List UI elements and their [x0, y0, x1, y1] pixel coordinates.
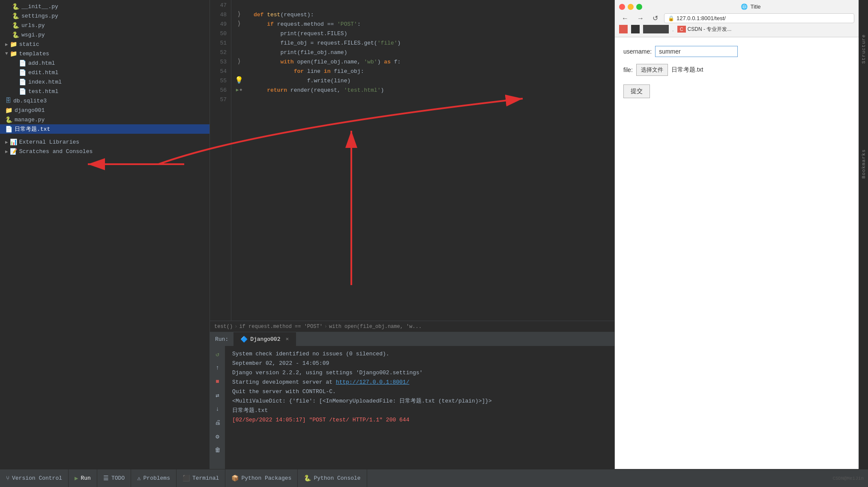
- code-text: :: [357, 20, 361, 29]
- keyword: as: [384, 57, 394, 67]
- delete-button[interactable]: 🗑: [212, 445, 223, 456]
- tree-item-index-html[interactable]: 📄 index.html: [0, 77, 210, 87]
- line-numbers: 47 48 49 50 51 52 53 54 55 56 57: [210, 0, 231, 321]
- tree-item-wsgi[interactable]: 🐍 wsgi.py: [0, 30, 210, 39]
- py-icon: 🐍: [12, 31, 19, 39]
- code-text: [254, 20, 267, 29]
- breakpoint-icon: ◈: [239, 87, 242, 92]
- code-text: file_obj = request.FILES.get(: [254, 39, 377, 48]
- url-bar[interactable]: 🔒 127.0.0.1:8001/test/: [664, 13, 854, 23]
- tree-item-richangkaoti[interactable]: 📄 日常考题.txt: [0, 124, 210, 134]
- settings-button[interactable]: ⚙: [212, 431, 223, 442]
- bookmark-csdn[interactable]: C CSDN - 专业开发...: [677, 26, 732, 33]
- external-libs-icon: 📊: [10, 138, 17, 146]
- tree-item-init[interactable]: 🐍 __init__.py: [0, 2, 210, 11]
- status-label: Run: [81, 475, 90, 481]
- code-text[interactable]: def test (request): if request.method ==…: [247, 0, 614, 321]
- scroll-down-button[interactable]: ↓: [212, 403, 223, 415]
- watermark: CSDN@MeiJin: [832, 476, 868, 481]
- reload-button[interactable]: ↺: [650, 13, 661, 23]
- breadcrumb-part[interactable]: with open(file_obj.name, 'w...: [329, 324, 422, 330]
- code-text: ): [380, 86, 384, 95]
- status-terminal[interactable]: ⬛ Terminal: [177, 469, 225, 487]
- breadcrumb-sep: ›: [324, 324, 327, 330]
- tree-item-django001[interactable]: 📁 django001: [0, 105, 210, 115]
- status-python-console[interactable]: 🐍 Python Console: [298, 469, 367, 487]
- tree-item-test-html[interactable]: 📄 test.html: [0, 87, 210, 96]
- status-todo[interactable]: ☰ TODO: [97, 469, 131, 487]
- status-problems[interactable]: ⚠ Problems: [131, 469, 177, 487]
- run-content: ↺ ↑ ■ ⇄ ↓ 🖨 ⚙ 🗑 System check identified …: [210, 346, 614, 469]
- code-text: (request):: [280, 10, 314, 20]
- output-line: 日常考题.txt: [232, 406, 608, 415]
- tree-label: urls.py: [21, 22, 45, 29]
- tree-item-templates[interactable]: ▼ 📁 templates: [0, 49, 210, 58]
- tree-item-manage[interactable]: 🐍 manage.py: [0, 115, 210, 124]
- tree-label: __init__.py: [21, 3, 58, 10]
- close-button[interactable]: [619, 4, 625, 10]
- py-icon: 🐍: [12, 22, 19, 29]
- py-icon: 🐍: [12, 3, 19, 10]
- tree-item-add-html[interactable]: 📄 add.html: [0, 58, 210, 68]
- string: 'POST': [337, 20, 357, 29]
- breadcrumb-part[interactable]: if request.method == 'POST': [239, 324, 322, 330]
- code-text: render(request,: [290, 86, 344, 95]
- minimize-button[interactable]: [628, 4, 634, 10]
- output-line: <MultiValueDict: {'file': [<InMemoryUplo…: [232, 397, 608, 406]
- tree-label: wsgi.py: [21, 32, 45, 38]
- bookmark-red[interactable]: [619, 25, 628, 33]
- forward-button[interactable]: →: [635, 14, 647, 23]
- lock-icon: 🔒: [668, 15, 674, 21]
- status-label: Python Console: [314, 475, 360, 481]
- file-name-display: 日常考题.txt: [671, 66, 703, 74]
- tree-item-scratches[interactable]: ▶ 📝 Scratches and Consoles: [0, 147, 210, 156]
- breadcrumb-sep: ›: [234, 324, 237, 330]
- html-icon: 📄: [19, 88, 26, 95]
- tree-item-settings[interactable]: 🐍 settings.py: [0, 11, 210, 21]
- tab-name: Django002: [250, 336, 280, 343]
- editor-console-area: 47 48 49 50 51 52 53 54 55 56 57 ⟩ ⟩: [210, 0, 614, 469]
- status-python-packages[interactable]: 📦 Python Packages: [225, 469, 298, 487]
- tree-item-edit-html[interactable]: 📄 edit.html: [0, 68, 210, 77]
- function-name: test: [267, 10, 280, 20]
- code-editor: 47 48 49 50 51 52 53 54 55 56 57 ⟩ ⟩: [210, 0, 614, 321]
- breadcrumb-part[interactable]: test(): [214, 324, 233, 330]
- file-tree-panel: 🐍 __init__.py 🐍 settings.py 🐍 urls.py 🐍 …: [0, 0, 210, 469]
- scroll-up-button[interactable]: ↑: [212, 362, 223, 373]
- bookmark-black[interactable]: [631, 25, 640, 33]
- packages-icon: 📦: [231, 475, 239, 482]
- run-output: System check identified no issues (0 sil…: [225, 346, 614, 469]
- bookmark-dark[interactable]: [643, 25, 669, 33]
- py-icon: 🐍: [12, 12, 19, 20]
- html-icon: 📄: [19, 60, 26, 67]
- tree-item-static[interactable]: ▶ 📁 static: [0, 39, 210, 49]
- code-text: open(file_obj.name,: [297, 57, 364, 67]
- submit-button[interactable]: 提交: [623, 84, 650, 98]
- status-run[interactable]: ▶ Run: [69, 469, 97, 487]
- tree-item-db[interactable]: 🗄 db.sqlite3: [0, 96, 210, 105]
- choose-file-button[interactable]: 选择文件: [636, 64, 668, 76]
- print-button[interactable]: 🖨: [212, 417, 223, 428]
- browser-title: 🌐 Title: [741, 3, 760, 10]
- stop-button[interactable]: ■: [212, 376, 223, 387]
- server-link[interactable]: http://127.0.0.1:8001/: [336, 379, 410, 385]
- redirect-button[interactable]: ⇄: [212, 390, 223, 401]
- output-error-line: [02/Sep/2022 14:05:17] "POST /test/ HTTP…: [232, 415, 608, 425]
- status-label: Version Control: [12, 475, 62, 481]
- maximize-button[interactable]: [636, 4, 642, 10]
- username-input[interactable]: [655, 46, 738, 57]
- code-text: print(file_obj.name): [254, 48, 347, 57]
- tree-label: index.html: [28, 79, 62, 85]
- output-line: System check identified no issues (0 sil…: [232, 349, 608, 359]
- run-tab-django002[interactable]: 🔷 Django002 ×: [233, 332, 296, 346]
- todo-icon: ☰: [103, 475, 109, 482]
- collapse-icon: ▶: [5, 42, 8, 47]
- tab-close-icon[interactable]: ×: [285, 336, 289, 343]
- status-version-control[interactable]: ⑂ Version Control: [0, 469, 69, 487]
- rerun-button[interactable]: ↺: [212, 349, 223, 360]
- tree-item-external-libs[interactable]: ▶ 📊 External Libraries: [0, 137, 210, 147]
- keyword: def: [254, 10, 267, 20]
- tree-item-urls[interactable]: 🐍 urls.py: [0, 21, 210, 30]
- back-button[interactable]: ←: [619, 14, 631, 23]
- dark-bar-icon: [643, 25, 669, 33]
